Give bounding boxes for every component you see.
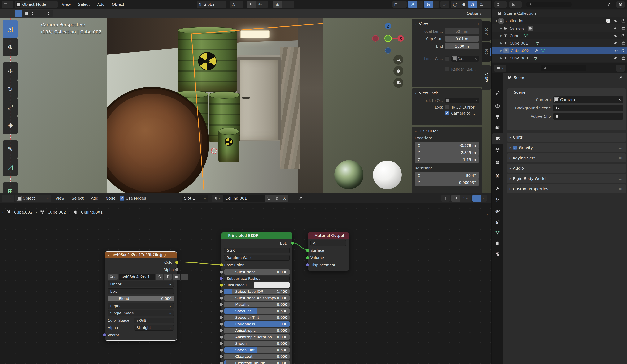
panel-grip[interactable]: ::::	[619, 136, 624, 139]
slider-roughness[interactable]: Roughness1.000	[224, 321, 290, 327]
tab-object[interactable]	[492, 171, 503, 181]
xray-toggle[interactable]: ▱	[440, 1, 449, 8]
shader-type-dropdown[interactable]: Object ⌄	[15, 195, 51, 202]
tab-constraints[interactable]	[492, 217, 503, 227]
socket-input[interactable]	[220, 303, 223, 306]
material-name-field[interactable]: Ceiling.001	[223, 195, 265, 202]
node-overlays-dropdown[interactable]: ⌄	[481, 195, 487, 202]
slider-sheen[interactable]: Sheen0.000	[224, 341, 290, 346]
render-camera-icon[interactable]	[621, 34, 626, 38]
cursor-loc-y-field[interactable]: Y2.845 m	[415, 149, 479, 156]
panel-grip[interactable]: ::::	[619, 187, 624, 191]
node-header[interactable]: ⌄ Material Output	[308, 232, 349, 239]
visibility-dropdown[interactable]: ◳ ⌄	[392, 1, 407, 8]
socket-input[interactable]	[220, 322, 223, 326]
show-gizmo-toggle[interactable]: ↗	[408, 1, 417, 8]
menu-select[interactable]: Select	[69, 194, 87, 203]
shading-material-button[interactable]: ◑	[468, 1, 477, 8]
local-camera-checkbox[interactable]	[445, 56, 449, 61]
select-mode-extend-button[interactable]	[22, 10, 30, 17]
background-scene-field[interactable]	[553, 105, 623, 111]
scene-panel-header[interactable]: ⌄ Scene ::::	[507, 88, 626, 96]
show-overlays-toggle[interactable]	[424, 1, 433, 8]
slider-subsurface-anisotropy[interactable]: Subsurface Anisotropy0.000	[224, 295, 290, 301]
tab-tool[interactable]	[492, 88, 503, 98]
slider-clearcoat[interactable]: Clearcoat0.000	[224, 354, 290, 359]
snap-toggle-button[interactable]	[247, 1, 256, 8]
proportional-falloff-dropdown[interactable]: ⌒ ⌄	[282, 1, 294, 8]
socket-base-color-input[interactable]	[220, 263, 223, 267]
subsurface-color-swatch[interactable]	[254, 282, 290, 288]
pin-icon[interactable]	[618, 75, 623, 80]
panel-grip[interactable]: ::::	[474, 22, 479, 25]
breadcrumb-material[interactable]: Ceiling.001	[81, 210, 103, 215]
expand-arrow-icon[interactable]: ▼	[494, 19, 498, 22]
node-canvas[interactable]: ⌄ av408dc4e2ea17d55b76c.jpg Color Alpha …	[0, 203, 491, 364]
tool-add-cube[interactable]: ⊞	[3, 182, 18, 193]
menu-node[interactable]: Node	[103, 194, 119, 203]
mode-dropdown[interactable]: Object Mode ⌄	[14, 1, 57, 8]
breadcrumb-object[interactable]: Cube.002	[14, 210, 32, 215]
socket-displacement-input[interactable]	[306, 263, 309, 267]
camera-to-view-checkbox[interactable]: ✓	[445, 111, 449, 115]
to-3d-cursor-checkbox[interactable]	[445, 105, 449, 109]
slider-subsurface[interactable]: Subsurface0.000	[224, 269, 290, 275]
tab-object-data[interactable]	[492, 228, 503, 238]
render-region-checkbox[interactable]	[445, 67, 449, 71]
tab-scene[interactable]	[492, 134, 503, 144]
properties-editor-type-dropdown[interactable]: ⌄	[494, 65, 507, 72]
outliner-search-input[interactable]	[526, 1, 572, 7]
outliner-filter-dropdown[interactable]: ⌄	[606, 2, 614, 6]
use-nodes-checkbox[interactable]: ✓	[120, 196, 124, 201]
unlink-image-button[interactable]	[181, 274, 188, 280]
distribution-dropdown[interactable]: GGX⌄	[224, 248, 290, 253]
output-target-dropdown[interactable]: All⌄	[311, 240, 346, 246]
hide-eye-icon[interactable]	[614, 26, 618, 30]
alpha-mode-dropdown[interactable]: Straight⌄	[134, 325, 174, 330]
expand-arrow-icon[interactable]: ▶	[499, 57, 503, 59]
region-scrollbar[interactable]	[490, 48, 491, 56]
close-icon[interactable]	[618, 98, 621, 101]
chevron-down-icon[interactable]: ⌄	[224, 234, 226, 237]
hide-eye-icon[interactable]	[614, 48, 618, 53]
breadcrumb-mesh[interactable]: Cube.002	[48, 210, 66, 215]
camera-view-button[interactable]	[393, 78, 403, 88]
render-camera-icon[interactable]	[621, 56, 626, 60]
npanel-view-header[interactable]: ⌄ View ::::	[415, 21, 479, 26]
slider-subsurface-ior[interactable]: Subsurface IOR1.400	[224, 289, 290, 294]
socket-input[interactable]	[220, 348, 223, 352]
panel-grip[interactable]: ::::	[619, 91, 624, 94]
node-overlays-toggle[interactable]	[472, 195, 481, 202]
chevron-down-icon[interactable]: ⌄	[107, 253, 110, 256]
socket-volume-input[interactable]	[306, 256, 309, 259]
projection-dropdown[interactable]: Box⌄	[108, 288, 174, 294]
socket-color-output[interactable]	[175, 261, 178, 264]
collection-checkbox[interactable]: ✓	[606, 19, 610, 23]
interpolation-dropdown[interactable]: Linear⌄	[108, 281, 174, 287]
panel-custom-properties[interactable]: ▸ Custom Properties ::::	[507, 184, 626, 193]
source-dropdown[interactable]: Single Image⌄	[108, 310, 174, 316]
tool-cursor[interactable]: ⊕	[3, 38, 18, 56]
options-dropdown[interactable]: Options ⌄	[467, 11, 485, 16]
menu-select[interactable]: Select	[75, 0, 93, 9]
socket-vector-input[interactable]	[103, 333, 106, 337]
node-image-texture[interactable]: ⌄ av408dc4e2ea17d55b76c.jpg Color Alpha …	[105, 251, 177, 341]
overlays-dropdown[interactable]: ⌄	[433, 1, 439, 8]
snap-settings-dropdown[interactable]: ⊦⊦⊦ ⌄	[256, 1, 268, 8]
cursor-rot-y-field[interactable]: Y0.00003°	[415, 179, 479, 186]
unlink-material-button[interactable]: X	[281, 195, 288, 202]
pin-icon[interactable]	[298, 196, 303, 201]
pan-hand-button[interactable]	[393, 66, 403, 76]
tab-physics[interactable]	[492, 206, 503, 216]
socket-input[interactable]	[220, 283, 223, 287]
panel-grip[interactable]: ::::	[619, 177, 624, 180]
slider-anisotropic-rotation[interactable]: Anisotropic Rotation0.000	[224, 334, 290, 340]
tab-world[interactable]	[492, 144, 503, 155]
select-mode-invert-button[interactable]	[38, 10, 45, 17]
color-space-dropdown[interactable]: sRGB⌄	[134, 318, 174, 323]
panel-gravity[interactable]: ▸ ✓ Gravity ::::	[507, 143, 626, 152]
tool-scale[interactable]: ⤢	[3, 98, 18, 116]
socket-input[interactable]	[220, 316, 223, 319]
copy-image-button[interactable]	[164, 274, 172, 280]
tool-measure[interactable]: ◿	[3, 158, 18, 176]
